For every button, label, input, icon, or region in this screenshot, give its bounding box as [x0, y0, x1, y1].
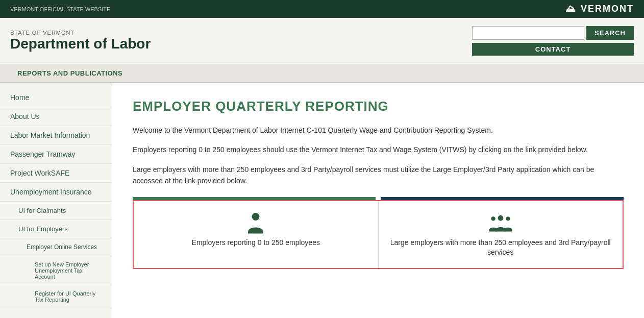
- sidebar-item-tramway[interactable]: Passenger Tramway: [0, 145, 112, 164]
- para2: Employers reporting 0 to 250 employees s…: [133, 144, 624, 155]
- nav-bar: REPORTS AND PUBLICATIONS: [0, 64, 644, 83]
- search-button[interactable]: SEARCH: [586, 26, 634, 40]
- sidebar-item-about[interactable]: About Us: [0, 107, 112, 126]
- person-icon: [243, 211, 268, 238]
- vermont-logo: ⛰ VERMONT: [565, 3, 634, 15]
- svg-point-2: [491, 216, 495, 221]
- sidebar-item-quarterly-tax[interactable]: Register for UI Quarterly Tax Reporting: [0, 285, 112, 308]
- header-actions: SEARCH CONTACT: [472, 26, 634, 56]
- sidebar-item-ui-claimants[interactable]: UI for Claimants: [0, 202, 112, 220]
- header: STATE OF VERMONT Department of Labor SEA…: [0, 18, 644, 64]
- brand: STATE OF VERMONT Department of Labor: [10, 30, 151, 52]
- card2-label: Large employers with more than 250 emplo…: [389, 238, 613, 258]
- vermont-logo-text: VERMONT: [581, 4, 634, 14]
- cards-wrapper: Employers reporting 0 to 250 employees: [133, 197, 624, 269]
- sidebar-item-unemployment[interactable]: Unemployment Insurance: [0, 183, 112, 202]
- para3: Large employers with more than 250 emplo…: [133, 164, 624, 187]
- top-banner: VERMONT OFFICIAL STATE WEBSITE ⛰ VERMONT: [0, 0, 644, 18]
- bar-left: [133, 197, 376, 200]
- contact-button[interactable]: CONTACT: [472, 43, 634, 56]
- main-layout: Home About Us Labor Market Information P…: [0, 83, 644, 318]
- official-site-text: VERMONT OFFICIAL STATE WEBSITE: [10, 6, 110, 12]
- svg-point-0: [252, 213, 260, 221]
- svg-point-1: [498, 215, 503, 221]
- card-small-employer[interactable]: Employers reporting 0 to 250 employees: [134, 201, 379, 268]
- para1: Welcome to the Vermont Department of Lab…: [133, 125, 624, 136]
- sidebar-item-home[interactable]: Home: [0, 88, 112, 107]
- card-large-employer[interactable]: Large employers with more than 250 emplo…: [379, 201, 623, 268]
- search-row: SEARCH: [472, 26, 634, 40]
- sidebar-item-worksafe[interactable]: Project WorkSAFE: [0, 164, 112, 183]
- sidebar-item-lmi[interactable]: Labor Market Information: [0, 126, 112, 145]
- content-area: EMPLOYER QUARTERLY REPORTING Welcome to …: [112, 83, 644, 318]
- mountains-icon: ⛰: [565, 3, 577, 15]
- bar-right: [381, 197, 624, 200]
- nav-reports[interactable]: REPORTS AND PUBLICATIONS: [10, 64, 130, 82]
- dept-title: Department of Labor: [10, 36, 151, 52]
- sidebar-item-new-employer[interactable]: Set up New Employer Unemployment Tax Acc…: [0, 256, 112, 285]
- sidebar-item-ui-employers[interactable]: UI for Employers: [0, 220, 112, 238]
- cards-container: Employers reporting 0 to 250 employees: [133, 200, 624, 269]
- svg-point-3: [506, 216, 510, 221]
- search-input[interactable]: [472, 26, 584, 40]
- group-icon: [488, 211, 513, 238]
- sidebar-item-employer-online[interactable]: Employer Online Services: [0, 238, 112, 256]
- state-label: STATE OF VERMONT: [10, 30, 151, 36]
- card1-label: Employers reporting 0 to 250 employees: [192, 238, 320, 248]
- page-heading: EMPLOYER QUARTERLY REPORTING: [133, 99, 624, 114]
- sidebar: Home About Us Labor Market Information P…: [0, 83, 112, 318]
